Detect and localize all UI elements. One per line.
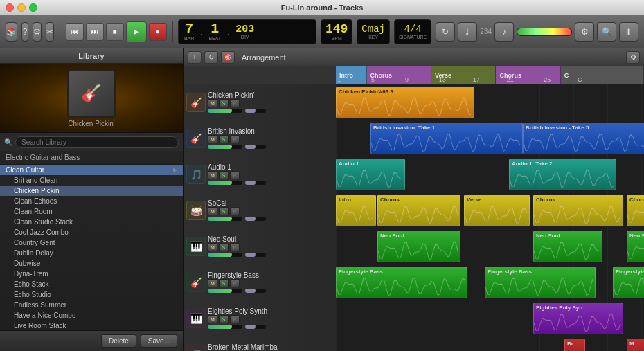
clip[interactable]: British Invasion - Take 5 <box>523 123 644 154</box>
lib-preset-item[interactable]: Dublin Delay <box>0 248 183 258</box>
track-row-chicken-pickin[interactable]: Chicken Pickin'#03.3 Chicken Pickin'#03.… <box>336 84 644 120</box>
track-volume-slider[interactable] <box>208 325 242 329</box>
clip[interactable]: Intro <box>336 195 376 226</box>
clip[interactable]: Neo Soul <box>377 231 460 262</box>
lib-preset-item[interactable]: Clean Echoes <box>0 196 183 206</box>
delete-button[interactable]: Delete <box>101 334 136 348</box>
tune-button[interactable]: 🎯 <box>221 51 235 64</box>
mute-button[interactable]: M <box>208 315 217 323</box>
clip[interactable]: Br <box>564 339 585 351</box>
clip[interactable]: Audio 1 <box>336 159 405 190</box>
track-row-neosoul[interactable]: Neo Soul Neo Soul Neo Soul <box>336 228 644 264</box>
track-pan-knob[interactable] <box>245 325 266 329</box>
clip[interactable]: Verse <box>464 195 530 226</box>
clip[interactable]: British Invasion: Take 1 <box>370 123 523 154</box>
track-pan-knob[interactable] <box>245 181 266 185</box>
track-row-audio1[interactable]: Audio 1 Audio 1: Take 2 Audio 1.3 <box>336 156 644 192</box>
clip[interactable]: Eighties Poly Syn <box>533 303 623 334</box>
lib-preset-item[interactable]: Country Gent <box>0 237 183 248</box>
close-button[interactable] <box>6 3 14 12</box>
tuner-button[interactable]: ♩ <box>458 22 477 42</box>
library-button[interactable]: 📚 <box>6 22 17 42</box>
arrangement-area[interactable]: IntroChorusVerseChorusC15913172125C Chic… <box>336 66 644 351</box>
loop-button[interactable]: ↻ <box>204 51 218 64</box>
play-button[interactable]: ▶ <box>126 21 147 42</box>
search-button[interactable]: 🔍 <box>597 22 616 42</box>
track-volume-slider[interactable] <box>208 181 242 185</box>
solo-button[interactable]: S <box>219 279 229 287</box>
clip[interactable]: M <box>627 339 644 351</box>
lib-preset-item[interactable]: Chicken Pickin' <box>0 186 183 196</box>
record-button[interactable]: ● <box>149 23 167 41</box>
settings-button[interactable]: ⚙ <box>575 22 594 42</box>
track-row-broken-metal[interactable]: Br M M <box>336 336 644 351</box>
track-pan-knob[interactable] <box>245 145 266 149</box>
track-pan-knob[interactable] <box>245 109 266 113</box>
cycle-button[interactable]: ↻ <box>436 22 455 42</box>
note-button[interactable]: ♪ <box>494 22 514 42</box>
solo-button[interactable]: S <box>219 171 229 179</box>
record-arm-button[interactable]: R <box>230 315 240 323</box>
minimize-button[interactable] <box>17 3 26 12</box>
rewind-button[interactable]: ⏮ <box>66 23 84 41</box>
mute-button[interactable]: M <box>208 243 217 251</box>
record-arm-button[interactable]: R <box>230 99 240 107</box>
track-pan-knob[interactable] <box>245 253 266 257</box>
lib-preset-item[interactable]: Clean Studio Stack <box>0 217 183 227</box>
arrangement-settings[interactable]: ⚙ <box>626 51 640 64</box>
maximize-button[interactable] <box>29 3 37 12</box>
lib-preset-item[interactable]: Live Room Stack <box>0 321 183 330</box>
lib-preset-item[interactable]: Endless Summer <box>0 300 183 310</box>
lib-preset-item[interactable]: Have a Nice Combo <box>0 310 183 321</box>
search-input[interactable] <box>15 136 179 148</box>
stop-button[interactable]: ■ <box>106 23 124 41</box>
clip[interactable]: Fingerstyle Bass <box>613 267 644 298</box>
track-row-socal[interactable]: Intro Chorus Verse Chorus <box>336 192 644 228</box>
mute-button[interactable]: M <box>208 207 217 215</box>
track-volume-slider[interactable] <box>208 253 242 257</box>
save-button[interactable]: Save... <box>141 334 177 348</box>
clip[interactable]: Chorus <box>533 195 623 226</box>
clip[interactable]: Neo Soul <box>627 231 644 262</box>
track-row-british-invasion[interactable]: British Invasion: Take 1 British Invasio… <box>336 120 644 156</box>
mute-button[interactable]: M <box>208 279 217 287</box>
solo-button[interactable]: S <box>219 207 229 215</box>
clip[interactable]: Neo Soul <box>533 231 602 262</box>
clip[interactable]: Chicken Pickin'#03.3 <box>336 87 474 118</box>
solo-button[interactable]: S <box>219 315 229 323</box>
clip[interactable]: Chorus <box>377 195 460 226</box>
record-arm-button[interactable]: R <box>230 135 240 143</box>
smartcontrols-button[interactable]: ⚙ <box>33 22 42 42</box>
master-volume[interactable] <box>517 28 572 36</box>
track-volume-slider[interactable] <box>208 217 242 221</box>
solo-button[interactable]: S <box>219 135 229 143</box>
editors-button[interactable]: ✂ <box>46 22 54 42</box>
lib-preset-item[interactable]: Echo Stack <box>0 279 183 289</box>
track-pan-knob[interactable] <box>245 217 266 221</box>
record-arm-button[interactable]: R <box>230 171 240 179</box>
mute-button[interactable]: M <box>208 99 217 107</box>
clip[interactable]: Chorus <box>627 195 644 226</box>
mute-button[interactable]: M <box>208 135 217 143</box>
clip[interactable]: Fingerstyle Bass <box>485 267 596 298</box>
lib-preset-item[interactable]: Clean Room <box>0 206 183 217</box>
track-volume-slider[interactable] <box>208 109 242 113</box>
track-volume-slider[interactable] <box>208 145 242 149</box>
track-volume-slider[interactable] <box>208 289 242 293</box>
playhead[interactable] <box>364 66 364 84</box>
lib-category-clean-guitar[interactable]: Clean Guitar▶ <box>0 165 183 175</box>
track-row-eighties-poly[interactable]: Eighties Poly Syn <box>336 300 644 336</box>
lib-preset-item[interactable]: Brit and Clean <box>0 175 183 186</box>
record-arm-button[interactable]: R <box>230 207 240 215</box>
track-pan-knob[interactable] <box>245 289 266 293</box>
solo-button[interactable]: S <box>219 243 229 251</box>
clip[interactable]: Fingerstyle Bass <box>336 267 467 298</box>
lib-preset-item[interactable]: Dubwise <box>0 258 183 269</box>
lib-preset-item[interactable]: Dyna-Trem <box>0 269 183 279</box>
record-arm-button[interactable]: R <box>230 279 240 287</box>
lib-preset-item[interactable]: Cool Jazz Combo <box>0 227 183 237</box>
clip[interactable]: Audio 1: Take 2 <box>509 159 616 190</box>
solo-button[interactable]: S <box>219 99 229 107</box>
track-row-fingerstyle-bass[interactable]: Fingerstyle Bass Fingerstyle Bass Finger… <box>336 264 644 300</box>
share-button[interactable]: ⬆ <box>619 22 638 42</box>
